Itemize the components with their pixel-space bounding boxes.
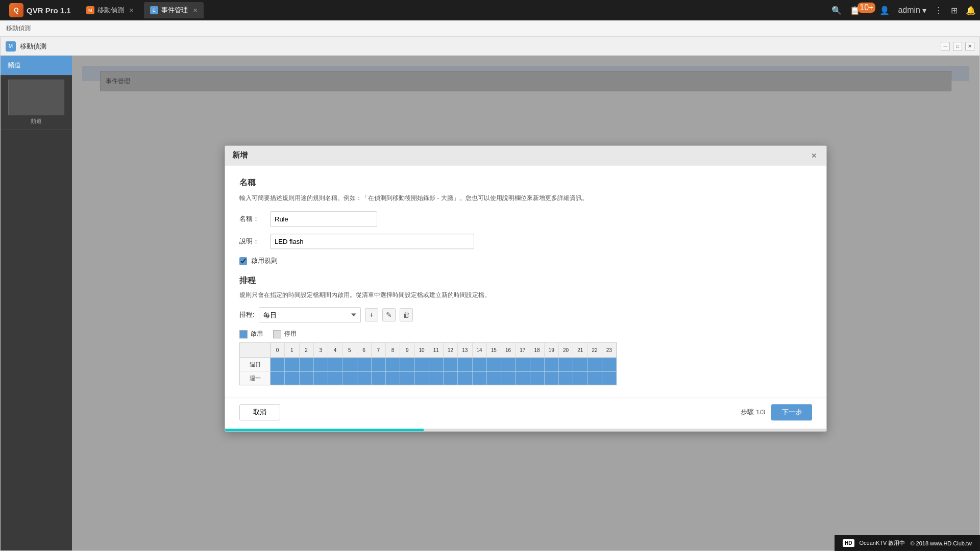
add-schedule-button[interactable]: +: [365, 309, 378, 322]
bottom-notification-bar: HD OceanKTV 啟用中 © 2018 www.HD.Club.tw: [835, 535, 980, 551]
grid-cell-mon-0[interactable]: [271, 372, 285, 385]
next-button[interactable]: 下一步: [771, 405, 812, 421]
close-button[interactable]: ✕: [965, 42, 974, 51]
name-input[interactable]: [270, 211, 377, 227]
grid-cell-mon-12[interactable]: [444, 372, 458, 385]
event-tab-close[interactable]: ✕: [193, 7, 198, 14]
grid-cell-mon-19[interactable]: [545, 372, 559, 385]
grid-cell-mon-11[interactable]: [429, 372, 444, 385]
grid-cell-sun-18[interactable]: [530, 358, 545, 371]
delete-schedule-button[interactable]: 🗑: [400, 309, 413, 322]
event-tab-icon: E: [150, 6, 158, 14]
enable-rule-label: 啟用規則: [251, 256, 278, 265]
grid-cell-mon-18[interactable]: [530, 372, 545, 385]
grid-hour-23: 23: [602, 343, 617, 358]
grid-cell-mon-2[interactable]: [300, 372, 314, 385]
schedule-select[interactable]: 每日 工作日 週末 自訂: [259, 308, 361, 323]
grid-cell-sun-19[interactable]: [545, 358, 559, 371]
grid-hour-5: 5: [342, 343, 357, 358]
grid-cell-sun-14[interactable]: [473, 358, 487, 371]
dialog-close-icon: ✕: [811, 152, 817, 160]
search-icon[interactable]: 🔍: [831, 6, 842, 15]
grid-cell-mon-1[interactable]: [285, 372, 299, 385]
grid-cell-sun-5[interactable]: [342, 358, 357, 371]
user-icon[interactable]: 👤: [879, 6, 890, 15]
cancel-button[interactable]: 取消: [239, 405, 280, 421]
tab-event[interactable]: E 事件管理 ✕: [144, 2, 204, 18]
grid-cell-sun-22[interactable]: [588, 358, 602, 371]
bell-icon[interactable]: 🔔: [966, 6, 976, 15]
tab-motion[interactable]: M 移動偵測 ✕: [80, 2, 140, 18]
app-title: QVR Pro 1.1: [27, 6, 71, 15]
grid-cell-sun-13[interactable]: [458, 358, 472, 371]
grid-cell-mon-5[interactable]: [342, 372, 357, 385]
nav-bar: 移動偵測: [0, 20, 980, 37]
maximize-button[interactable]: □: [953, 42, 962, 51]
grid-cell-sun-21[interactable]: [573, 358, 587, 371]
schedule-row: 排程: 每日 工作日 週末 自訂 + ✎: [239, 308, 812, 323]
grid-cell-sun-3[interactable]: [314, 358, 328, 371]
grid-hour-15: 15: [487, 343, 501, 358]
grid-cell-sun-15[interactable]: [487, 358, 501, 371]
name-description: 輸入可簡要描述規則用途的規則名稱。例如：「在偵測到移動後開始錄影 - 大廳」。您…: [239, 193, 812, 203]
grid-cell-sun-8[interactable]: [386, 358, 400, 371]
grid-cell-sun-9[interactable]: [400, 358, 414, 371]
admin-menu[interactable]: admin ▾: [898, 6, 926, 15]
grid-hour-22: 22: [588, 343, 602, 358]
desc-input[interactable]: [270, 234, 474, 249]
sidebar-tab-channel[interactable]: 頻道: [1, 56, 72, 76]
grid-cell-mon-16[interactable]: [501, 372, 516, 385]
desc-row: 說明：: [239, 234, 812, 249]
grid-cell-sun-6[interactable]: [357, 358, 372, 371]
grid-cell-mon-3[interactable]: [314, 372, 328, 385]
grid-hour-2: 2: [300, 343, 314, 358]
grid-cell-sun-1[interactable]: [285, 358, 299, 371]
motion-tab-label: 移動偵測: [97, 6, 124, 15]
minimize-button[interactable]: ─: [941, 42, 950, 51]
grid-cell-sun-2[interactable]: [300, 358, 314, 371]
grid-cell-mon-4[interactable]: [328, 372, 342, 385]
grid-cell-sun-20[interactable]: [559, 358, 573, 371]
grid-cell-mon-6[interactable]: [357, 372, 372, 385]
grid-cell-mon-10[interactable]: [415, 372, 429, 385]
grid-cell-mon-8[interactable]: [386, 372, 400, 385]
dialog-title-bar: 新增 ✕: [225, 146, 826, 165]
grid-hour-20: 20: [559, 343, 573, 358]
grid-cell-sun-16[interactable]: [501, 358, 516, 371]
grid-hour-1: 1: [285, 343, 299, 358]
enable-rule-checkbox[interactable]: [239, 257, 247, 265]
grid-cell-mon-9[interactable]: [400, 372, 414, 385]
grid-cell-mon-15[interactable]: [487, 372, 501, 385]
grid-cell-mon-23[interactable]: [602, 372, 617, 385]
grid-cell-mon-17[interactable]: [516, 372, 530, 385]
hd-logo: HD: [843, 539, 854, 547]
grid-cell-mon-13[interactable]: [458, 372, 472, 385]
grid-hour-9: 9: [400, 343, 414, 358]
grid-cell-sun-4[interactable]: [328, 358, 342, 371]
grid-cell-sun-10[interactable]: [415, 358, 429, 371]
edit-schedule-button[interactable]: ✎: [382, 309, 396, 322]
app-window: M 移動偵測 ─ □ ✕ 頻道 頻道: [0, 37, 980, 551]
more-menu-icon[interactable]: ⋮: [935, 6, 943, 15]
channel-thumbnail: [8, 80, 64, 115]
app-window-title: 移動偵測: [20, 42, 941, 51]
grid-cell-sun-23[interactable]: [602, 358, 617, 371]
grid-cell-mon-14[interactable]: [473, 372, 487, 385]
grid-cell-mon-20[interactable]: [559, 372, 573, 385]
grid-cell-mon-22[interactable]: [588, 372, 602, 385]
grid-cell-sun-7[interactable]: [372, 358, 386, 371]
grid-cell-sun-12[interactable]: [444, 358, 458, 371]
grid-cell-mon-21[interactable]: [573, 372, 587, 385]
channel-item[interactable]: 頻道: [1, 76, 72, 130]
grid-cell-sun-17[interactable]: [516, 358, 530, 371]
grid-cell-sun-11[interactable]: [429, 358, 444, 371]
dialog-close-button[interactable]: ✕: [809, 151, 819, 161]
grid-cell-sun-0[interactable]: [271, 358, 285, 371]
app-window-icon: M: [6, 41, 16, 52]
app-window-title-bar: M 移動偵測 ─ □ ✕: [1, 37, 979, 56]
legend-enabled-box: [239, 330, 248, 338]
grid-cell-mon-7[interactable]: [372, 372, 386, 385]
info-notification[interactable]: ℹ 10+: [868, 6, 871, 15]
dashboard-icon[interactable]: ⊞: [951, 6, 958, 15]
motion-tab-close[interactable]: ✕: [129, 7, 134, 14]
